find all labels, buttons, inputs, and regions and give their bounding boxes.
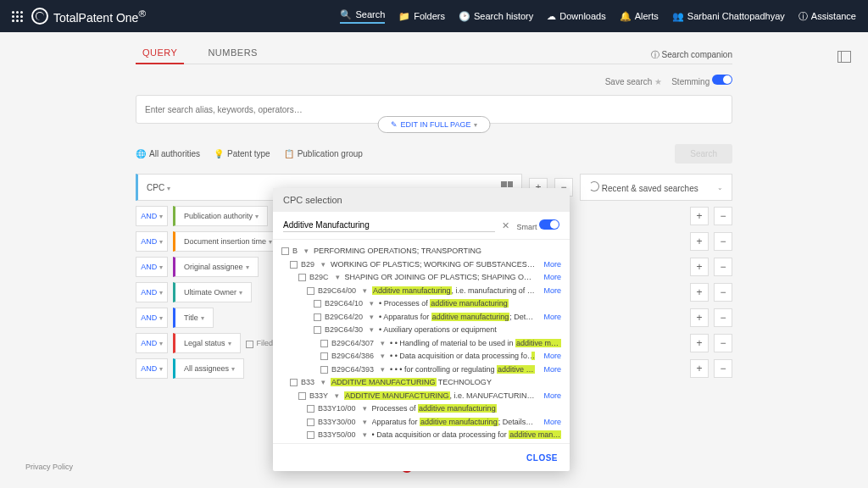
and-operator[interactable]: AND ▾ [136, 333, 168, 353]
tree-node[interactable]: B29C▾SHAPING OR JOINING OF PLASTICS; SHA… [281, 271, 561, 285]
popup-search-input[interactable] [283, 219, 495, 232]
and-operator[interactable]: AND ▾ [136, 358, 168, 379]
tree-node[interactable]: B29C64/30▾• Auxiliary operations or equi… [281, 324, 561, 337]
checkbox[interactable] [290, 261, 298, 269]
checkbox[interactable] [320, 352, 328, 360]
nav-downloads[interactable]: ☁ Downloads [547, 9, 605, 24]
nav-user[interactable]: 👥 Sarbani Chattopadhyay [672, 9, 785, 24]
tree-node[interactable]: B29C64/10▾• Processes of additive manufa… [281, 297, 561, 311]
checkbox[interactable] [314, 326, 321, 334]
smart-toggle[interactable]: Smart [516, 219, 559, 231]
and-operator[interactable]: AND ▾ [136, 231, 168, 252]
more-link[interactable]: More [538, 272, 561, 284]
field-selector[interactable]: Ultimate Owner ▾ [173, 282, 252, 302]
cpc-selection-popup: CPC selection ✕ Smart B▾PERFORMING OPERA… [273, 188, 570, 471]
tree-node[interactable]: B33Y30/00▾Apparatus for additive manufac… [281, 416, 561, 430]
popup-title: CPC selection [273, 188, 570, 212]
more-link[interactable]: More [538, 351, 561, 363]
brand-logo[interactable]: TotalPatent One® [31, 8, 146, 25]
cpc-tree: B▾PERFORMING OPERATIONS; TRANSPORTINGB29… [273, 240, 570, 443]
nav-search[interactable]: 🔍 Search [340, 9, 385, 24]
checkbox[interactable] [307, 405, 314, 413]
field-selector[interactable]: Original assignee ▾ [173, 257, 259, 277]
field-selector[interactable]: All assignees ▾ [173, 358, 244, 379]
tab-numbers[interactable]: NUMBERS [201, 42, 264, 64]
filter-pub-group[interactable]: 📋Publication group [284, 149, 363, 158]
nav-alerts[interactable]: 🔔 Alerts [620, 9, 659, 24]
save-search[interactable]: Save search ★ [605, 77, 662, 86]
field-selector[interactable]: Title ▾ [173, 308, 214, 328]
add-button[interactable]: + [690, 207, 709, 225]
add-button[interactable]: + [690, 258, 709, 276]
tree-node[interactable]: B29C64/393▾• • • for controlling or regu… [281, 363, 561, 377]
checkbox[interactable] [298, 274, 306, 281]
search-box: ✎ EDIT IN FULL PAGE ▾ [136, 95, 732, 124]
field-selector[interactable]: Publication authority ▾ [173, 206, 268, 226]
more-link[interactable]: More [538, 312, 561, 324]
side-panel-icon[interactable] [837, 51, 851, 63]
checkbox[interactable] [307, 287, 314, 295]
tree-node[interactable]: B33Y50/00▾• Data acquisition or data pro… [281, 429, 561, 442]
filter-authorities[interactable]: 🌐All authorities [136, 149, 200, 158]
more-link[interactable]: More [538, 286, 561, 297]
checkbox[interactable] [307, 419, 314, 426]
edit-full-page-button[interactable]: ✎ EDIT IN FULL PAGE ▾ [378, 116, 491, 133]
remove-button[interactable]: − [714, 232, 732, 251]
checkbox[interactable] [320, 366, 328, 374]
tab-query[interactable]: QUERY [136, 42, 184, 64]
and-operator[interactable]: AND ▾ [136, 206, 168, 226]
and-operator[interactable]: AND ▾ [136, 308, 168, 328]
add-button[interactable]: + [690, 283, 709, 302]
remove-button[interactable]: − [714, 207, 732, 225]
close-button[interactable]: CLOSE [526, 453, 558, 463]
search-button[interactable]: Search [675, 144, 732, 164]
recent-searches[interactable]: Recent & saved searches ⌄ [580, 174, 732, 201]
checkbox[interactable] [320, 340, 328, 347]
remove-button[interactable]: − [714, 308, 732, 327]
remove-button[interactable]: − [714, 283, 732, 302]
remove-button[interactable]: − [714, 334, 732, 352]
tree-node[interactable]: B29C64/00▾Additive manufacturing, i.e. m… [281, 285, 561, 298]
and-operator[interactable]: AND ▾ [136, 282, 168, 302]
remove-button[interactable]: − [714, 258, 732, 276]
search-companion[interactable]: ⓘ Search companion [651, 49, 732, 61]
tree-node[interactable]: B33Y10/00▾Processes of additive manufact… [281, 402, 561, 416]
checkbox[interactable] [281, 247, 289, 255]
more-link[interactable]: More [538, 259, 561, 271]
field-selector[interactable]: Document insertion time ▾ [173, 231, 281, 252]
add-button[interactable]: + [690, 308, 709, 327]
add-button[interactable]: + [690, 334, 709, 352]
checkbox[interactable] [290, 379, 298, 386]
remove-button[interactable]: − [714, 359, 732, 378]
nav-history[interactable]: 🕑 Search history [459, 9, 533, 24]
add-button[interactable]: + [690, 359, 709, 378]
checkbox[interactable] [314, 313, 321, 321]
app-header: TotalPatent One® 🔍 Search 📁 Folders 🕑 Se… [0, 0, 868, 32]
filed-checkbox[interactable]: Filed [246, 339, 274, 348]
tree-node[interactable]: B▾PERFORMING OPERATIONS; TRANSPORTING [281, 245, 561, 258]
filter-patent-type[interactable]: 💡Patent type [214, 149, 270, 158]
tree-node[interactable]: B33▾ADDITIVE MANUFACTURING TECHNOLOGY [281, 376, 561, 390]
add-button[interactable]: + [690, 232, 709, 251]
more-link[interactable]: More [538, 364, 561, 376]
clear-icon[interactable]: ✕ [502, 220, 509, 231]
tree-node[interactable]: B29C64/307▾• • Handling of material to b… [281, 337, 561, 351]
checkbox[interactable] [298, 392, 306, 400]
field-selector[interactable]: Legal status ▾ [173, 333, 241, 353]
checkbox[interactable] [314, 300, 321, 308]
more-link[interactable]: More [538, 417, 561, 429]
tree-node[interactable]: B29▾WORKING OF PLASTICS; WORKING OF SUBS… [281, 258, 561, 272]
nav-folders[interactable]: 📁 Folders [398, 9, 445, 24]
and-operator[interactable]: AND ▾ [136, 257, 168, 277]
search-input[interactable] [145, 105, 723, 114]
checkbox[interactable] [307, 431, 314, 439]
apps-icon[interactable] [12, 11, 23, 22]
header-nav: 🔍 Search 📁 Folders 🕑 Search history ☁ Do… [340, 9, 856, 24]
privacy-policy-link[interactable]: Privacy Policy [25, 463, 73, 471]
tree-node[interactable]: B29C64/386▾• • Data acquisition or data … [281, 350, 561, 363]
tree-node[interactable]: B29C64/20▾• Apparatus for additive manuf… [281, 311, 561, 324]
tree-node[interactable]: B33Y▾ADDITIVE MANUFACTURING, i.e. MANUFA… [281, 390, 561, 403]
stemming-toggle[interactable]: Stemming [671, 77, 732, 86]
nav-assistance[interactable]: ⓘ Assistance [798, 9, 856, 24]
more-link[interactable]: More [538, 391, 561, 402]
